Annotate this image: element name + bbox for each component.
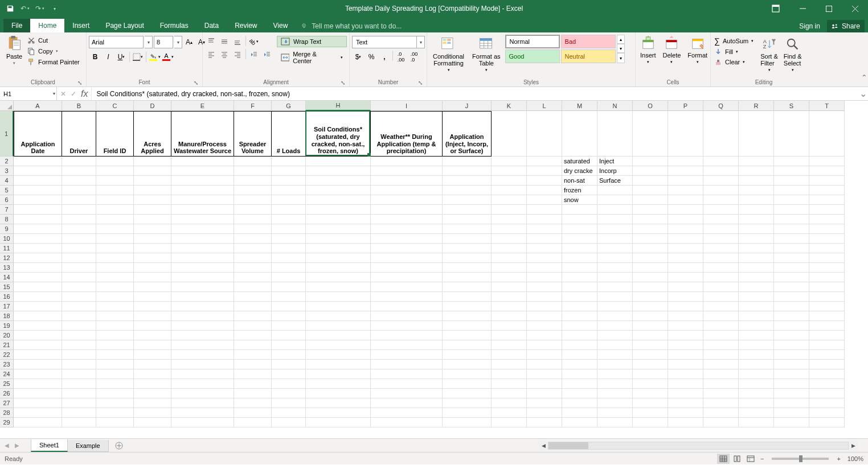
cell-K29[interactable] xyxy=(492,418,527,427)
cell-G10[interactable] xyxy=(272,234,306,244)
column-header-K[interactable]: K xyxy=(492,101,527,111)
cell-H14[interactable] xyxy=(306,273,371,282)
cell-I16[interactable] xyxy=(371,292,443,302)
cell-C10[interactable] xyxy=(96,234,134,244)
font-name-combo[interactable]: Arial xyxy=(89,36,144,48)
name-box-dropdown[interactable]: ▾ xyxy=(53,91,55,96)
cell-E19[interactable] xyxy=(171,321,234,331)
cell-K1[interactable] xyxy=(492,111,527,157)
cell-I23[interactable] xyxy=(371,360,443,369)
cell-S7[interactable] xyxy=(774,205,809,215)
cell-A5[interactable] xyxy=(14,186,62,195)
cell-T26[interactable] xyxy=(809,389,845,398)
cell-O10[interactable] xyxy=(633,234,668,244)
cell-H13[interactable] xyxy=(306,263,371,273)
cell-F11[interactable] xyxy=(234,244,272,253)
redo-button[interactable]: ↷▾ xyxy=(34,3,46,14)
delete-cells-button[interactable]: Delete▾ xyxy=(661,35,683,65)
cell-O21[interactable] xyxy=(633,340,668,350)
cell-M9[interactable] xyxy=(562,224,597,234)
row-header-27[interactable]: 27 xyxy=(0,398,14,408)
cell-Q20[interactable] xyxy=(703,331,739,340)
cell-O4[interactable] xyxy=(633,176,668,186)
row-header-14[interactable]: 14 xyxy=(0,273,14,282)
cell-C28[interactable] xyxy=(96,408,134,418)
cell-H28[interactable] xyxy=(306,408,371,418)
cell-B2[interactable] xyxy=(62,157,96,166)
cell-Q18[interactable] xyxy=(703,311,739,321)
cell-P1[interactable] xyxy=(668,111,703,157)
cell-D4[interactable] xyxy=(134,176,171,186)
cell-T20[interactable] xyxy=(809,331,845,340)
cell-Q22[interactable] xyxy=(703,350,739,360)
column-header-M[interactable]: M xyxy=(562,101,597,111)
cell-K17[interactable] xyxy=(492,302,527,311)
cell-F28[interactable] xyxy=(234,408,272,418)
cell-T12[interactable] xyxy=(809,253,845,263)
column-header-D[interactable]: D xyxy=(134,101,171,111)
cell-R10[interactable] xyxy=(739,234,774,244)
cell-J6[interactable] xyxy=(443,195,492,205)
cell-K5[interactable] xyxy=(492,186,527,195)
ribbon-display-options-button[interactable] xyxy=(769,2,783,15)
cell-T23[interactable] xyxy=(809,360,845,369)
cell-K12[interactable] xyxy=(492,253,527,263)
cell-R24[interactable] xyxy=(739,369,774,379)
cell-Q7[interactable] xyxy=(703,205,739,215)
clipboard-dialog-launcher[interactable]: ⤡ xyxy=(77,80,83,85)
cell-K4[interactable] xyxy=(492,176,527,186)
cell-H6[interactable] xyxy=(306,195,371,205)
cell-K7[interactable] xyxy=(492,205,527,215)
cell-D25[interactable] xyxy=(134,379,171,389)
cell-K24[interactable] xyxy=(492,369,527,379)
cell-N22[interactable] xyxy=(597,350,633,360)
cell-G28[interactable] xyxy=(272,408,306,418)
cell-I10[interactable] xyxy=(371,234,443,244)
cell-F3[interactable] xyxy=(234,166,272,176)
cell-B8[interactable] xyxy=(62,215,96,224)
cell-D9[interactable] xyxy=(134,224,171,234)
cell-N28[interactable] xyxy=(597,408,633,418)
column-header-L[interactable]: L xyxy=(527,101,562,111)
cell-J29[interactable] xyxy=(443,418,492,427)
cell-A6[interactable] xyxy=(14,195,62,205)
cell-C12[interactable] xyxy=(96,253,134,263)
cell-D27[interactable] xyxy=(134,398,171,408)
cell-N6[interactable] xyxy=(597,195,633,205)
cell-A15[interactable] xyxy=(14,282,62,292)
cell-P25[interactable] xyxy=(668,379,703,389)
cell-L12[interactable] xyxy=(527,253,562,263)
column-header-A[interactable]: A xyxy=(14,101,62,111)
cell-S8[interactable] xyxy=(774,215,809,224)
cell-H11[interactable] xyxy=(306,244,371,253)
cell-N7[interactable] xyxy=(597,205,633,215)
cell-D14[interactable] xyxy=(134,273,171,282)
cell-P26[interactable] xyxy=(668,389,703,398)
cell-I1[interactable]: Weather** During Application (temp & pre… xyxy=(371,111,443,157)
cell-Q1[interactable] xyxy=(703,111,739,157)
cell-P14[interactable] xyxy=(668,273,703,282)
cell-C23[interactable] xyxy=(96,360,134,369)
cell-S20[interactable] xyxy=(774,331,809,340)
cell-H21[interactable] xyxy=(306,340,371,350)
cell-Q14[interactable] xyxy=(703,273,739,282)
cell-D2[interactable] xyxy=(134,157,171,166)
cell-M8[interactable] xyxy=(562,215,597,224)
cell-N24[interactable] xyxy=(597,369,633,379)
cell-B5[interactable] xyxy=(62,186,96,195)
cell-B4[interactable] xyxy=(62,176,96,186)
cell-P10[interactable] xyxy=(668,234,703,244)
cell-M20[interactable] xyxy=(562,331,597,340)
cell-D5[interactable] xyxy=(134,186,171,195)
merge-center-button[interactable]: Merge & Center▾ xyxy=(277,49,347,66)
column-header-Q[interactable]: Q xyxy=(703,101,739,111)
cell-D23[interactable] xyxy=(134,360,171,369)
qat-customize[interactable]: ▾ xyxy=(49,3,60,14)
maximize-button[interactable] xyxy=(816,0,842,17)
cell-C17[interactable] xyxy=(96,302,134,311)
cell-I20[interactable] xyxy=(371,331,443,340)
cell-O11[interactable] xyxy=(633,244,668,253)
cell-Q9[interactable] xyxy=(703,224,739,234)
cell-T10[interactable] xyxy=(809,234,845,244)
cell-E9[interactable] xyxy=(171,224,234,234)
